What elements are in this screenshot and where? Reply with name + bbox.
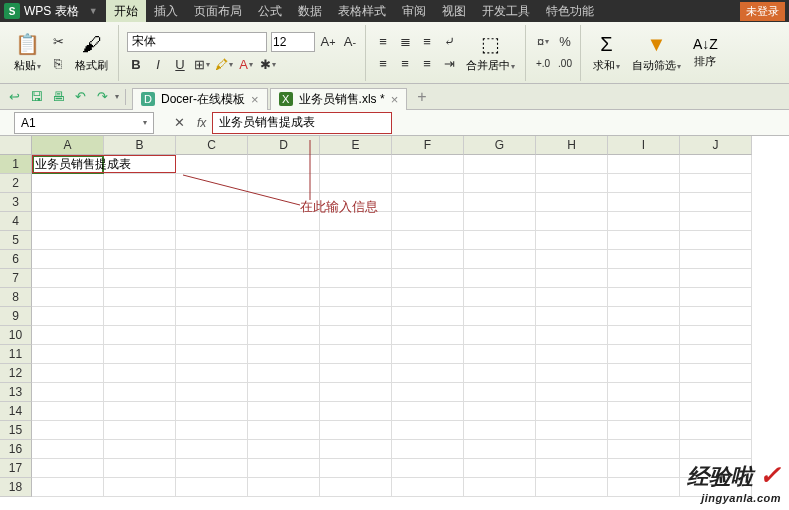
cell-C12[interactable]	[176, 364, 248, 383]
cell-I1[interactable]	[608, 155, 680, 174]
cell-G16[interactable]	[464, 440, 536, 459]
cell-I13[interactable]	[608, 383, 680, 402]
cell-G17[interactable]	[464, 459, 536, 478]
col-header-C[interactable]: C	[176, 136, 248, 155]
name-box[interactable]: A1 ▾	[14, 112, 154, 134]
cut-button[interactable]: ✂	[49, 33, 67, 51]
cell-C15[interactable]	[176, 421, 248, 440]
cell-G10[interactable]	[464, 326, 536, 345]
cell-F15[interactable]	[392, 421, 464, 440]
cell-D9[interactable]	[248, 307, 320, 326]
paste-button[interactable]: 📋 粘贴▾	[10, 30, 45, 75]
cell-E12[interactable]	[320, 364, 392, 383]
increase-font-button[interactable]: A+	[319, 33, 337, 51]
cell-F11[interactable]	[392, 345, 464, 364]
cell-J8[interactable]	[680, 288, 752, 307]
cell-B14[interactable]	[104, 402, 176, 421]
col-header-A[interactable]: A	[32, 136, 104, 155]
cell-H15[interactable]	[536, 421, 608, 440]
cell-F18[interactable]	[392, 478, 464, 497]
col-header-D[interactable]: D	[248, 136, 320, 155]
increase-decimal-button[interactable]: +.0	[534, 55, 552, 73]
cell-G13[interactable]	[464, 383, 536, 402]
currency-button[interactable]: ¤▾	[534, 33, 552, 51]
cell-I18[interactable]	[608, 478, 680, 497]
cell-I7[interactable]	[608, 269, 680, 288]
qa-save-button[interactable]: 🖫	[26, 87, 46, 107]
align-bottom-button[interactable]: ≡	[418, 33, 436, 51]
cell-A5[interactable]	[32, 231, 104, 250]
cell-A3[interactable]	[32, 193, 104, 212]
cell-J12[interactable]	[680, 364, 752, 383]
cell-I4[interactable]	[608, 212, 680, 231]
cell-G6[interactable]	[464, 250, 536, 269]
cell-B6[interactable]	[104, 250, 176, 269]
cell-A9[interactable]	[32, 307, 104, 326]
close-icon[interactable]: ×	[251, 92, 259, 107]
spreadsheet-grid[interactable]: ABCDEFGHIJ 123456789101112131415161718 业…	[0, 136, 789, 497]
cell-D8[interactable]	[248, 288, 320, 307]
cell-C7[interactable]	[176, 269, 248, 288]
cell-F1[interactable]	[392, 155, 464, 174]
fill-color-button[interactable]: 🖍▾	[215, 56, 233, 74]
cell-B11[interactable]	[104, 345, 176, 364]
row-header-2[interactable]: 2	[0, 174, 32, 193]
cell-A18[interactable]	[32, 478, 104, 497]
row-header-9[interactable]: 9	[0, 307, 32, 326]
cell-I15[interactable]	[608, 421, 680, 440]
fx-button[interactable]: fx	[191, 116, 212, 130]
cell-E16[interactable]	[320, 440, 392, 459]
menu-1[interactable]: 插入	[146, 0, 186, 22]
wrap-text-button[interactable]: ⤶	[440, 33, 458, 51]
cell-A13[interactable]	[32, 383, 104, 402]
cell-E15[interactable]	[320, 421, 392, 440]
menu-5[interactable]: 表格样式	[330, 0, 394, 22]
cell-E4[interactable]	[320, 212, 392, 231]
decrease-decimal-button[interactable]: .00	[556, 55, 574, 73]
cell-C11[interactable]	[176, 345, 248, 364]
cell-F2[interactable]	[392, 174, 464, 193]
cell-G4[interactable]	[464, 212, 536, 231]
col-header-B[interactable]: B	[104, 136, 176, 155]
cell-F12[interactable]	[392, 364, 464, 383]
qa-back-button[interactable]: ↩	[4, 87, 24, 107]
col-header-G[interactable]: G	[464, 136, 536, 155]
cell-I10[interactable]	[608, 326, 680, 345]
cell-B13[interactable]	[104, 383, 176, 402]
cell-D13[interactable]	[248, 383, 320, 402]
row-header-16[interactable]: 16	[0, 440, 32, 459]
indent-button[interactable]: ⇥	[440, 55, 458, 73]
cell-D15[interactable]	[248, 421, 320, 440]
cell-B15[interactable]	[104, 421, 176, 440]
cell-D1[interactable]	[248, 155, 320, 174]
italic-button[interactable]: I	[149, 56, 167, 74]
cell-J5[interactable]	[680, 231, 752, 250]
login-status[interactable]: 未登录	[740, 2, 785, 21]
cell-C9[interactable]	[176, 307, 248, 326]
sort-button[interactable]: A↓Z 排序	[689, 34, 722, 71]
cell-H13[interactable]	[536, 383, 608, 402]
cell-J11[interactable]	[680, 345, 752, 364]
qa-print-button[interactable]: 🖶	[48, 87, 68, 107]
cell-H10[interactable]	[536, 326, 608, 345]
cell-C5[interactable]	[176, 231, 248, 250]
cell-A7[interactable]	[32, 269, 104, 288]
cell-H12[interactable]	[536, 364, 608, 383]
cell-H8[interactable]	[536, 288, 608, 307]
merge-center-button[interactable]: ⬚ 合并居中▾	[462, 30, 519, 75]
cell-D4[interactable]	[248, 212, 320, 231]
cell-I3[interactable]	[608, 193, 680, 212]
cell-I16[interactable]	[608, 440, 680, 459]
cell-E2[interactable]	[320, 174, 392, 193]
decrease-font-button[interactable]: A-	[341, 33, 359, 51]
cell-C8[interactable]	[176, 288, 248, 307]
cell-F9[interactable]	[392, 307, 464, 326]
cell-F17[interactable]	[392, 459, 464, 478]
cell-F3[interactable]	[392, 193, 464, 212]
cell-H4[interactable]	[536, 212, 608, 231]
cell-A1[interactable]: 业务员销售提成表	[32, 155, 176, 173]
cell-B5[interactable]	[104, 231, 176, 250]
cell-E3[interactable]	[320, 193, 392, 212]
font-size-select[interactable]	[271, 32, 315, 52]
row-header-10[interactable]: 10	[0, 326, 32, 345]
